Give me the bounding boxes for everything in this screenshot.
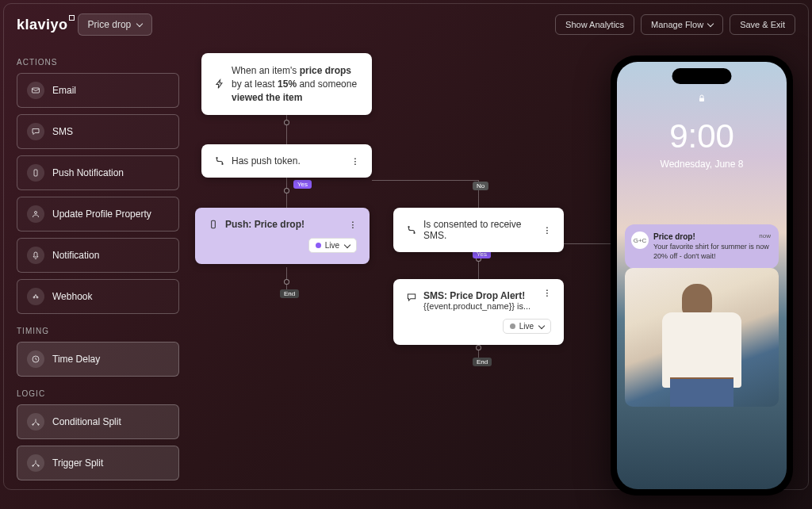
header: klaviyo Price drop Show Analytics Manage… <box>4 4 808 45</box>
connector-dot <box>284 120 289 125</box>
sms-body: {{event.product_name}} is... <box>423 301 530 311</box>
action-update-profile[interactable]: Update Profile Property <box>17 197 179 232</box>
manage-flow-label: Manage Flow <box>651 20 703 29</box>
header-actions: Show Analytics Manage Flow Save & Exit <box>555 14 795 35</box>
action-label: SMS <box>52 126 73 137</box>
sms-send-node[interactable]: SMS: Price Drop Alert! {{event.product_n… <box>393 279 564 345</box>
chevron-down-icon <box>538 322 545 328</box>
connector <box>564 243 611 244</box>
action-email[interactable]: Email <box>17 73 179 108</box>
notification-avatar: G+C <box>631 232 649 249</box>
save-exit-button[interactable]: Save & Exit <box>730 14 795 35</box>
flow-name: Price drop <box>88 19 132 30</box>
phone-notch <box>672 68 732 84</box>
connector <box>372 180 478 181</box>
action-sms[interactable]: SMS <box>17 114 179 149</box>
action-time-delay[interactable]: Time Delay <box>17 342 179 377</box>
phone-time: 9:00 <box>617 117 787 155</box>
clock-icon <box>27 350 44 368</box>
split-icon <box>27 413 44 431</box>
action-trigger-split[interactable]: Trigger Split <box>17 446 179 480</box>
connector-dot <box>284 279 289 285</box>
trigger-text: When an item's price drops by at least 1… <box>232 64 359 104</box>
more-menu[interactable]: ··· <box>545 289 550 297</box>
action-label: Conditional Split <box>52 416 121 427</box>
phone-icon <box>208 219 219 230</box>
sms-check-label: Is consented to receive SMS. <box>423 219 543 241</box>
lightning-icon <box>214 78 225 90</box>
chevron-down-icon <box>707 21 714 27</box>
end-badge: End <box>473 358 492 366</box>
status-dot-icon <box>510 323 515 329</box>
svg-rect-1 <box>34 170 37 176</box>
svg-rect-10 <box>212 220 216 228</box>
push-icon <box>27 164 44 182</box>
status-dot-icon <box>316 243 321 248</box>
chat-icon <box>406 292 417 303</box>
action-label: Webhook <box>52 291 92 302</box>
sms-title: SMS: Price Drop Alert! <box>423 290 530 301</box>
push-label: Push: Price drop! <box>225 219 304 230</box>
phone-preview: 9:00 Wednesday, June 8 G+C Price drop! n… <box>611 55 793 496</box>
more-menu[interactable]: ··· <box>545 226 550 234</box>
end-badge: End <box>280 289 299 298</box>
svg-rect-0 <box>33 88 40 93</box>
manage-flow-button[interactable]: Manage Flow <box>641 14 723 35</box>
flow-selector[interactable]: Price drop <box>78 13 153 36</box>
phone-wallpaper-image <box>625 268 779 407</box>
no-badge: No <box>473 182 488 190</box>
more-menu[interactable]: ··· <box>353 157 358 165</box>
action-push[interactable]: Push Notification <box>17 155 179 190</box>
bell-icon <box>27 247 44 264</box>
chevron-down-icon <box>136 21 143 27</box>
lock-icon <box>697 94 707 105</box>
yes-badge: Yes <box>293 180 312 189</box>
branch-icon <box>214 155 225 166</box>
section-logic-title: LOGIC <box>17 389 179 398</box>
notification-body: Your favorite shirt for summer is now 20… <box>653 243 771 261</box>
svg-point-2 <box>35 212 37 214</box>
action-label: Trigger Split <box>52 457 103 469</box>
action-conditional-split[interactable]: Conditional Split <box>17 404 179 439</box>
action-notification[interactable]: Notification <box>17 238 179 273</box>
action-label: Notification <box>52 250 99 261</box>
status-label: Live <box>325 241 339 250</box>
notification-time: now <box>759 232 771 239</box>
branch-icon <box>406 224 417 235</box>
profile-icon <box>27 205 44 223</box>
phone-notification: G+C Price drop! now Your favorite shirt … <box>625 224 779 269</box>
action-label: Email <box>52 85 76 96</box>
sms-consent-node[interactable]: Is consented to receive SMS. ··· <box>393 208 564 252</box>
email-icon <box>27 82 44 99</box>
more-menu[interactable]: ··· <box>350 220 355 228</box>
sidebar: ACTIONS Email SMS Push Notification Upda… <box>17 45 179 483</box>
brand-logo: klaviyo <box>17 17 68 33</box>
action-label: Update Profile Property <box>52 209 151 220</box>
status-selector[interactable]: Live <box>503 319 551 334</box>
status-selector[interactable]: Live <box>308 238 357 253</box>
phone-date: Wednesday, June 8 <box>617 159 787 170</box>
push-node[interactable]: Push: Price drop! ··· Live <box>195 208 370 264</box>
check-label: Has push token. <box>232 155 301 166</box>
action-label: Push Notification <box>52 167 124 178</box>
trigger-split-icon <box>27 454 44 472</box>
show-analytics-button[interactable]: Show Analytics <box>555 14 634 35</box>
trigger-node[interactable]: When an item's price drops by at least 1… <box>201 53 372 115</box>
status-label: Live <box>519 322 534 331</box>
sms-icon <box>27 123 44 140</box>
webhook-icon <box>27 288 44 305</box>
connector-dot <box>284 188 289 193</box>
phone-screen: 9:00 Wednesday, June 8 G+C Price drop! n… <box>617 62 787 489</box>
section-timing-title: TIMING <box>17 327 179 335</box>
section-actions-title: ACTIONS <box>17 58 179 67</box>
notification-title: Price drop! <box>653 232 771 241</box>
action-label: Time Delay <box>52 354 100 365</box>
check-push-token-node[interactable]: Has push token. ··· <box>201 144 372 178</box>
connector-dot <box>476 345 481 350</box>
svg-rect-11 <box>699 98 704 102</box>
chevron-down-icon <box>344 241 350 247</box>
action-webhook[interactable]: Webhook <box>17 279 179 314</box>
